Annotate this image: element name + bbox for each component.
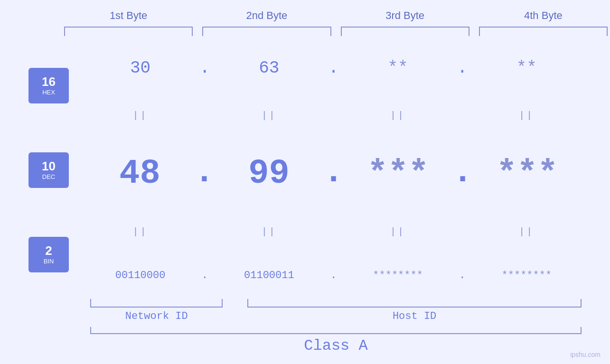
host-id-bracket <box>247 299 582 308</box>
col-header-4: 4th Byte <box>474 9 610 22</box>
id-labels: Network ID Host ID <box>90 310 582 322</box>
col-header-3: 3rd Byte <box>336 9 474 22</box>
eq2-cell-2: || <box>214 226 324 237</box>
hex-dot-2: . <box>324 58 343 78</box>
watermark: ipshu.com <box>570 351 601 358</box>
bin-cell-1: 00110000 <box>85 270 195 281</box>
eq-cell-2: || <box>214 110 324 121</box>
dec-cell-1: 48 <box>85 154 194 193</box>
hex-badge-label: HEX <box>42 89 55 96</box>
hex-dot-1: . <box>195 58 214 78</box>
bottom-section: Network ID Host ID Class A <box>28 299 582 355</box>
column-headers-row: 1st Byte 2nd Byte 3rd Byte 4th Byte <box>59 9 610 22</box>
bracket-gap <box>223 299 247 308</box>
bin-dot-3: . <box>453 270 472 281</box>
main-container: 1st Byte 2nd Byte 3rd Byte 4th Byte 16 H… <box>0 0 610 364</box>
bin-cell-3: ******** <box>343 270 453 281</box>
dec-badge-number: 10 <box>42 159 56 173</box>
bracket-top-1 <box>64 27 193 36</box>
bin-cell-4: ******** <box>472 270 582 281</box>
hex-badge: 16 HEX <box>28 68 69 103</box>
hex-cell-3: ** <box>343 58 453 78</box>
dec-dot-2: . <box>323 153 344 194</box>
bracket-top-2 <box>202 27 331 36</box>
bracket-top-4 <box>479 27 608 36</box>
dec-cell-3: *** <box>344 154 452 193</box>
col-header-2: 2nd Byte <box>197 9 336 22</box>
bin-dot-2: . <box>324 270 343 281</box>
bottom-brackets <box>90 299 582 308</box>
hex-cell-2: 63 <box>214 58 324 78</box>
bin-dot-1: . <box>195 270 214 281</box>
hex-cell-1: 30 <box>85 58 195 78</box>
host-id-label: Host ID <box>247 310 582 322</box>
col-header-1: 1st Byte <box>59 9 197 22</box>
bin-badge-label: BIN <box>44 258 54 265</box>
dec-dot-3: . <box>452 153 473 194</box>
bin-badge: 2 BIN <box>28 237 69 272</box>
bin-cell-2: 01100011 <box>214 270 324 281</box>
dec-row: 48 . 99 . *** . *** <box>85 153 582 194</box>
bin-row: 00110000 . 01100011 . ******** . *******… <box>85 270 582 281</box>
eq2-cell-3: || <box>343 226 453 237</box>
data-rows: 16 HEX 10 DEC 2 BIN 30 . 63 . ** . ** <box>28 43 582 297</box>
eq-cell-3: || <box>343 110 453 121</box>
bin-badge-number: 2 <box>45 244 52 258</box>
dec-badge: 10 DEC <box>28 152 69 188</box>
equals-row-2: || || || || <box>85 226 582 237</box>
hex-cell-4: ** <box>472 58 582 78</box>
badges-column: 16 HEX 10 DEC 2 BIN <box>28 43 85 297</box>
class-bracket <box>90 327 582 334</box>
data-grid: 30 . 63 . ** . ** || || || || 48 <box>85 43 582 297</box>
class-label: Class A <box>90 337 582 355</box>
dec-dot-1: . <box>194 153 215 194</box>
hex-row: 30 . 63 . ** . ** <box>85 58 582 78</box>
top-brackets-row <box>59 27 610 36</box>
network-id-label: Network ID <box>90 310 223 322</box>
equals-row-1: || || || || <box>85 110 582 121</box>
dec-cell-4: *** <box>473 154 582 193</box>
eq-cell-1: || <box>85 110 195 121</box>
eq2-cell-1: || <box>85 226 195 237</box>
eq-cell-4: || <box>472 110 582 121</box>
network-id-bracket <box>90 299 223 308</box>
eq2-cell-4: || <box>472 226 582 237</box>
hex-dot-3: . <box>453 58 472 78</box>
dec-badge-label: DEC <box>42 173 55 180</box>
class-bracket-row <box>90 327 582 334</box>
bracket-top-3 <box>341 27 469 36</box>
dec-cell-2: 99 <box>215 154 323 193</box>
hex-badge-number: 16 <box>42 75 56 89</box>
